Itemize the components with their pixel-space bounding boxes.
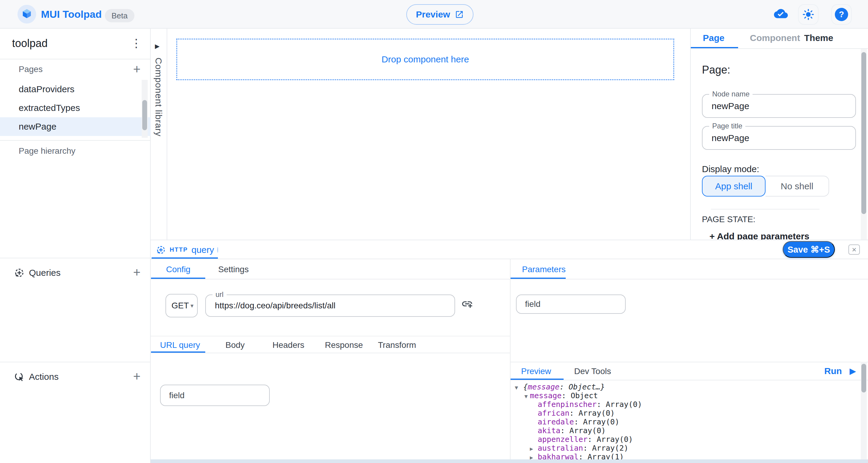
toggle-no-shell[interactable]: No shell — [766, 176, 829, 196]
query-icon — [156, 245, 166, 255]
tree-row[interactable]: ▼message: Object — [510, 391, 860, 400]
toolpad-logo-icon — [18, 5, 36, 24]
preview-toolbar: Preview Dev Tools Run ▶ — [510, 362, 868, 380]
tree-expanded-icon[interactable]: ▼ — [524, 392, 528, 401]
parameters-field — [516, 295, 626, 314]
node-name-field: Node name — [702, 94, 856, 118]
play-icon: ▶ — [849, 367, 856, 376]
tree-collapsed-icon[interactable]: ▶ — [530, 444, 533, 453]
active-tab-indicator — [691, 47, 738, 48]
query-config-pane: Config Settings GET ▾ url URL query Body — [151, 259, 510, 459]
url-query-field-input[interactable] — [161, 385, 269, 405]
tab-dev-tools[interactable]: Dev Tools — [574, 367, 611, 376]
display-mode-label: Display mode: — [702, 164, 759, 174]
queries-section-header: Queries + — [0, 259, 151, 286]
tree-expanded-icon[interactable]: ▼ — [515, 383, 518, 392]
node-name-input[interactable] — [712, 95, 841, 117]
toggle-app-shell[interactable]: App shell — [702, 176, 766, 196]
beta-badge: Beta — [105, 9, 134, 22]
help-button[interactable]: ? — [831, 4, 852, 25]
tab-component[interactable]: Component — [750, 33, 800, 43]
tab-page[interactable]: Page — [703, 33, 724, 43]
tab-parameters[interactable]: Parameters — [522, 265, 566, 274]
active-tab-indicator — [151, 351, 205, 353]
query-name-label: query — [191, 245, 214, 255]
url-input[interactable] — [215, 295, 426, 316]
add-page-parameters-label: Add page parameters — [717, 231, 809, 240]
tree-row[interactable]: appenzeller: Array(0) — [510, 435, 860, 444]
divider — [0, 140, 151, 141]
component-library-label: Component library — [153, 58, 164, 136]
tree-row[interactable]: airedale: Array(0) — [510, 418, 860, 426]
preview-button[interactable]: Preview — [406, 4, 473, 25]
tree-row[interactable]: akita: Array(0) — [510, 426, 860, 435]
add-query-button[interactable]: + — [130, 266, 144, 280]
drop-zone-label: Drop component here — [381, 54, 469, 64]
unsaved-dot-icon — [218, 247, 218, 253]
plus-icon: + — [710, 231, 715, 240]
active-tab-indicator — [151, 278, 205, 279]
parameters-field-input[interactable] — [517, 295, 625, 313]
tab-body[interactable]: Body — [225, 340, 245, 350]
result-json-tree: ▼{message: Object…} ▼message: Object aff… — [510, 382, 860, 463]
query-editor-panel: HTTP query Save ⌘+S × Config Settings GE… — [151, 240, 868, 463]
tree-row[interactable]: ▶australian: Array(2) — [510, 444, 860, 453]
inspector-scrollbar-thumb[interactable] — [861, 52, 866, 214]
theme-toggle-button[interactable] — [798, 4, 818, 25]
bottom-scroll-strip — [151, 459, 868, 463]
sidebar-item-extractedtypes[interactable]: extractedTypes — [0, 99, 151, 117]
inspector-panel: Page Component Theme Page: Node name Pag… — [690, 29, 868, 240]
query-protocol-label: HTTP — [170, 246, 188, 253]
tab-url-query[interactable]: URL query — [160, 340, 200, 350]
drop-zone[interactable]: Drop component here — [176, 38, 674, 80]
divider — [0, 258, 151, 258]
divider — [0, 59, 151, 59]
expand-library-icon[interactable]: ▶ — [155, 42, 159, 50]
add-link-icon[interactable] — [461, 298, 473, 310]
app-title: MUI Toolpad — [41, 8, 101, 20]
active-tab-indicator — [510, 278, 566, 279]
page-title-input[interactable] — [712, 127, 841, 149]
tab-headers[interactable]: Headers — [273, 340, 304, 350]
divider — [0, 362, 151, 362]
close-icon[interactable]: × — [848, 244, 860, 255]
tab-response[interactable]: Response — [325, 340, 363, 350]
query-icon — [14, 267, 25, 278]
tree-row[interactable]: african: Array(0) — [510, 409, 860, 418]
tab-http-query[interactable]: HTTP query — [152, 240, 218, 259]
http-method-value: GET — [172, 295, 189, 317]
explorer-sidebar: toolpad ⋮ Pages + dataProviders extracte… — [0, 29, 151, 463]
page-hierarchy-label: Page hierarchy — [19, 146, 75, 156]
tab-config[interactable]: Config — [166, 265, 190, 274]
tab-settings[interactable]: Settings — [218, 265, 249, 274]
add-page-button[interactable]: + — [130, 62, 144, 77]
display-mode-toggle: App shell No shell — [702, 176, 829, 196]
add-action-button[interactable]: + — [130, 370, 144, 384]
add-page-parameters-button[interactable]: + Add page parameters — [710, 231, 809, 240]
project-menu-button[interactable]: ⋮ — [130, 35, 143, 51]
run-button[interactable]: Run ▶ — [824, 366, 856, 376]
query-editor-header: HTTP query Save ⌘+S × — [151, 240, 868, 259]
save-button[interactable]: Save ⌘+S — [783, 241, 835, 258]
request-tabs: URL query Body Headers Response Transfor… — [151, 336, 510, 353]
tree-row[interactable]: affenpinscher: Array(0) — [510, 400, 860, 409]
chevron-down-icon: ▾ — [190, 295, 193, 317]
preview-scrollbar-thumb[interactable] — [861, 364, 866, 393]
queries-section-label: Queries — [29, 268, 61, 278]
http-method-select[interactable]: GET ▾ — [165, 294, 198, 317]
sidebar-item-newpage[interactable]: newPage — [0, 117, 151, 136]
inspector-tabs: Page Component Theme — [691, 29, 868, 49]
pages-section-header: Pages + — [0, 60, 151, 79]
pages-scrollbar-thumb[interactable] — [142, 100, 147, 130]
tab-theme[interactable]: Theme — [804, 33, 833, 43]
help-icon: ? — [835, 8, 848, 21]
tab-preview[interactable]: Preview — [521, 367, 551, 376]
url-query-field — [160, 384, 270, 406]
tab-transform[interactable]: Transform — [378, 340, 416, 350]
toolpad-editor: MUI Toolpad Beta Preview — [0, 0, 868, 463]
page-heading: Page: — [702, 64, 730, 76]
sidebar-item-dataproviders[interactable]: dataProviders — [0, 80, 151, 99]
active-tab-indicator — [510, 379, 564, 380]
component-library-panel[interactable]: ▶ Component library — [151, 29, 167, 240]
tree-row[interactable]: ▼{message: Object…} — [510, 382, 860, 391]
